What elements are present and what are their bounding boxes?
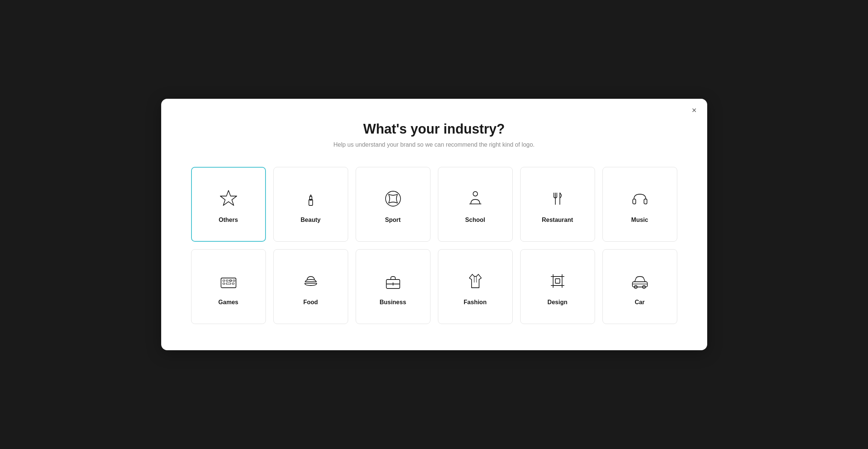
others-icon — [218, 188, 239, 209]
beauty-label: Beauty — [301, 217, 320, 223]
industry-modal: × What's your industry? Help us understa… — [161, 99, 707, 350]
card-school[interactable]: School — [438, 167, 513, 242]
close-button[interactable]: × — [692, 106, 697, 114]
car-icon — [629, 271, 650, 291]
svg-point-3 — [386, 191, 401, 206]
sport-icon — [383, 188, 404, 209]
svg-rect-17 — [230, 280, 231, 281]
card-business[interactable]: Business — [356, 249, 430, 324]
beauty-icon — [300, 188, 321, 209]
card-music[interactable]: Music — [602, 167, 677, 242]
others-label: Others — [219, 217, 238, 223]
svg-rect-27 — [555, 279, 560, 283]
business-label: Business — [380, 299, 406, 306]
school-icon — [465, 188, 486, 209]
card-food[interactable]: Food — [273, 249, 348, 324]
design-icon — [547, 271, 568, 291]
sport-label: Sport — [385, 217, 401, 223]
svg-point-4 — [473, 192, 478, 196]
modal-subtitle: Help us understand your brand so we can … — [191, 141, 677, 148]
car-label: Car — [635, 299, 645, 306]
card-beauty[interactable]: Beauty — [273, 167, 348, 242]
music-icon — [629, 188, 650, 209]
business-icon — [383, 271, 404, 291]
design-label: Design — [548, 299, 567, 306]
fashion-icon — [465, 271, 486, 291]
svg-rect-8 — [633, 199, 636, 204]
svg-rect-15 — [226, 283, 231, 284]
svg-rect-26 — [553, 277, 562, 285]
industry-grid: Others Beauty — [191, 167, 677, 324]
fashion-label: Fashion — [464, 299, 487, 306]
card-car[interactable]: Car — [602, 249, 677, 324]
card-others[interactable]: Others — [191, 167, 266, 242]
food-label: Food — [303, 299, 318, 306]
school-label: School — [465, 217, 485, 223]
card-games[interactable]: Games — [191, 249, 266, 324]
svg-rect-12 — [226, 280, 228, 281]
card-fashion[interactable]: Fashion — [438, 249, 513, 324]
svg-rect-16 — [232, 283, 234, 284]
svg-rect-14 — [223, 283, 225, 284]
svg-rect-11 — [223, 280, 225, 281]
games-icon — [218, 271, 239, 291]
restaurant-label: Restaurant — [542, 217, 573, 223]
card-restaurant[interactable]: Restaurant — [520, 167, 595, 242]
restaurant-icon — [547, 188, 568, 209]
card-design[interactable]: Design — [520, 249, 595, 324]
modal-title: What's your industry? — [191, 121, 677, 137]
svg-rect-9 — [644, 199, 647, 204]
svg-marker-0 — [220, 190, 237, 205]
food-icon — [300, 271, 321, 291]
card-sport[interactable]: Sport — [356, 167, 430, 242]
music-label: Music — [631, 217, 648, 223]
svg-rect-18 — [233, 280, 235, 281]
modal-header: What's your industry? Help us understand… — [191, 121, 677, 148]
games-label: Games — [218, 299, 238, 306]
